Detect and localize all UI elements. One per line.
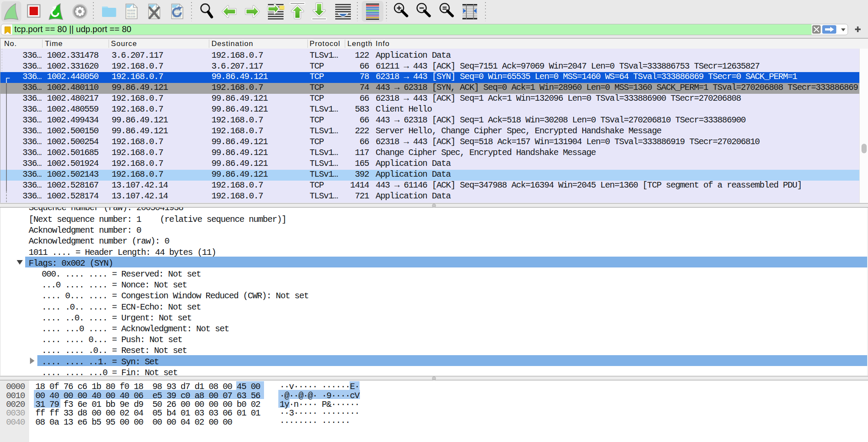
svg-text:01110: 01110 xyxy=(127,15,135,18)
svg-text:01010: 01010 xyxy=(127,9,135,12)
svg-text:01101: 01101 xyxy=(127,12,135,15)
